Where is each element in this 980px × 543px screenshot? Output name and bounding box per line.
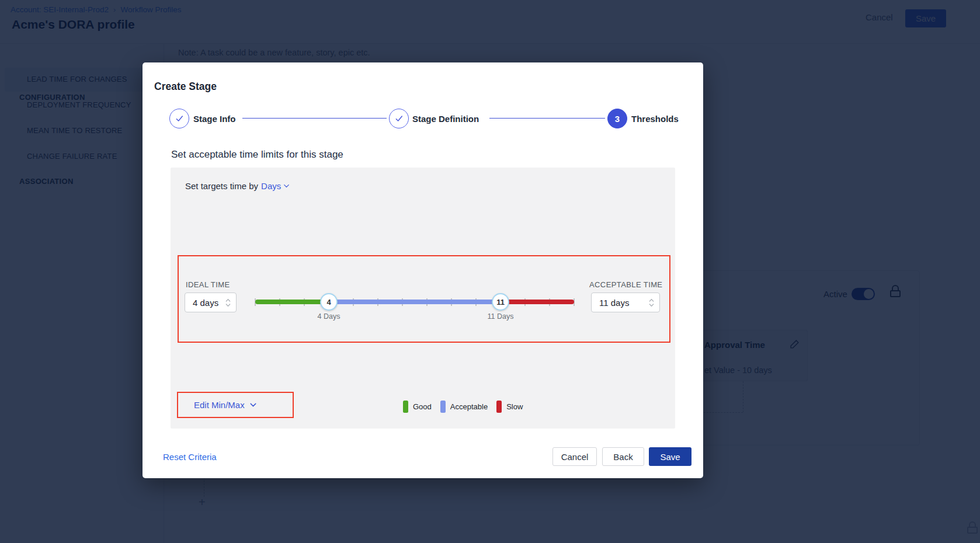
app-screen: Account: SEI-Internal-Prod2 › Workflow P… [0, 0, 980, 543]
chevron-down-icon [248, 400, 258, 410]
acceptable-swatch [440, 401, 446, 413]
acceptable-time-input [591, 293, 660, 312]
step-thresholds-label: Thresholds [631, 114, 679, 124]
legend-acceptable: Acceptable [440, 401, 488, 413]
ideal-time-stepper[interactable] [225, 299, 236, 307]
check-icon [175, 114, 184, 123]
slider-slow-segment[interactable] [501, 300, 574, 304]
days-unit-dropdown[interactable]: Days [261, 181, 291, 191]
slider-acceptable-segment[interactable] [329, 300, 501, 304]
good-swatch [403, 401, 408, 413]
modal-subtitle: Set acceptable time limits for this stag… [171, 149, 343, 161]
acceptable-time-label: ACCEPTABLE TIME [589, 280, 662, 289]
stepper-connector [489, 118, 605, 119]
check-icon [394, 114, 404, 123]
step-thresholds-circle[interactable]: 3 [607, 109, 627, 128]
set-targets-row: Set targets time by Days [185, 181, 291, 191]
acceptable-time-value-field[interactable] [592, 298, 649, 308]
step-stage-info-label: Stage Info [193, 114, 236, 124]
ideal-time-label: IDEAL TIME [186, 280, 230, 289]
modal-back-button[interactable]: Back [602, 447, 644, 466]
set-targets-label: Set targets time by [185, 181, 258, 191]
slider-good-segment[interactable] [255, 300, 329, 304]
chevron-up-icon [649, 299, 654, 302]
modal-title: Create Stage [154, 81, 217, 93]
chevron-down-icon [649, 304, 654, 307]
slider-legend: Good Acceptable Slow [403, 401, 523, 413]
reset-criteria-link[interactable]: Reset Criteria [163, 452, 217, 462]
thresholds-panel: Set targets time by Days IDEAL TIME [171, 168, 675, 429]
stepper-connector [242, 118, 387, 119]
threshold-slider[interactable]: 4 11 4 Days 11 Days [255, 293, 574, 321]
ideal-time-input [185, 293, 237, 312]
slider-high-value-label: 11 Days [480, 312, 521, 321]
chevron-down-icon [282, 182, 291, 190]
legend-slow: Slow [496, 401, 523, 413]
chevron-down-icon [225, 304, 231, 307]
slider-handle-low[interactable]: 4 [320, 293, 338, 311]
acceptable-time-stepper[interactable] [649, 299, 659, 307]
slider-handle-high[interactable]: 11 [492, 293, 509, 311]
modal-cancel-button[interactable]: Cancel [552, 447, 597, 466]
create-stage-modal: Create Stage Stage Info Stage Definition… [143, 62, 703, 478]
modal-save-button[interactable]: Save [649, 447, 691, 466]
slider-low-value-label: 4 Days [308, 312, 349, 321]
step-stage-info-circle[interactable] [169, 109, 189, 128]
slow-swatch [496, 401, 502, 413]
ideal-time-value-field[interactable] [185, 298, 225, 308]
step-stage-definition-circle[interactable] [389, 109, 409, 128]
chevron-up-icon [225, 299, 231, 302]
legend-good: Good [403, 401, 432, 413]
edit-min-max-button[interactable]: Edit Min/Max [177, 392, 294, 418]
step-stage-definition-label: Stage Definition [412, 114, 479, 124]
